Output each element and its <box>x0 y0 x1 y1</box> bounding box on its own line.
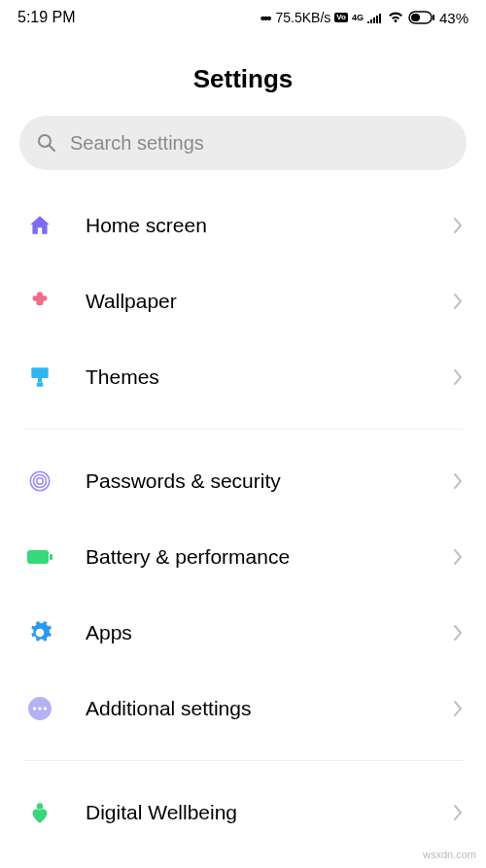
chevron-right-icon <box>453 293 463 310</box>
chevron-right-icon <box>453 548 463 566</box>
item-label: Digital Wellbeing <box>86 801 453 824</box>
page-title: Settings <box>0 64 486 94</box>
signal-icon <box>367 12 383 23</box>
settings-list: Home screen Wallpaper Themes Passwords &… <box>0 188 486 851</box>
svg-rect-12 <box>50 554 52 560</box>
battery-percent: 43% <box>439 10 469 26</box>
item-label: Themes <box>86 365 453 389</box>
item-label: Passwords & security <box>86 469 453 493</box>
search-input[interactable]: Search settings <box>19 116 467 170</box>
fingerprint-icon <box>23 465 56 498</box>
item-label: Apps <box>86 621 453 644</box>
dots-icon <box>23 692 56 725</box>
svg-point-3 <box>39 135 51 147</box>
divider <box>23 429 463 430</box>
chevron-right-icon <box>453 217 463 234</box>
status-bar: 5:19 PM ••• 75.5KB/s Vo 4G 43% <box>0 0 486 35</box>
gear-icon <box>23 616 56 649</box>
battery-icon <box>408 11 435 24</box>
status-dots-icon: ••• <box>260 10 270 26</box>
wifi-icon <box>387 11 404 24</box>
svg-point-16 <box>44 707 47 710</box>
heart-person-icon <box>23 796 56 829</box>
svg-rect-11 <box>27 550 49 564</box>
svg-point-10 <box>37 478 44 485</box>
svg-rect-1 <box>411 14 420 21</box>
item-label: Additional settings <box>86 697 453 720</box>
svg-line-4 <box>50 146 54 151</box>
chevron-right-icon <box>453 700 463 717</box>
settings-item-wellbeing[interactable]: Digital Wellbeing <box>0 775 486 851</box>
svg-point-9 <box>34 475 47 488</box>
chevron-right-icon <box>453 472 463 490</box>
battery-icon <box>23 540 56 573</box>
item-label: Battery & performance <box>86 545 453 569</box>
volte-icon: Vo <box>334 13 348 22</box>
flower-icon <box>23 285 56 318</box>
settings-item-home-screen[interactable]: Home screen <box>0 188 486 263</box>
item-label: Home screen <box>86 214 453 237</box>
settings-item-themes[interactable]: Themes <box>0 339 486 415</box>
chevron-right-icon <box>453 368 463 386</box>
settings-item-battery[interactable]: Battery & performance <box>0 519 486 595</box>
search-placeholder: Search settings <box>70 132 204 155</box>
network-type-icon: 4G <box>352 13 364 22</box>
svg-rect-6 <box>38 378 42 382</box>
network-speed: 75.5KB/s <box>275 10 330 25</box>
svg-point-17 <box>37 803 44 810</box>
search-icon <box>37 133 56 153</box>
status-time: 5:19 PM <box>17 9 76 26</box>
settings-item-apps[interactable]: Apps <box>0 595 486 671</box>
settings-item-additional[interactable]: Additional settings <box>0 671 486 746</box>
item-label: Wallpaper <box>86 290 453 313</box>
svg-point-14 <box>33 707 36 710</box>
svg-rect-7 <box>37 382 44 386</box>
settings-item-passwords-security[interactable]: Passwords & security <box>0 443 486 519</box>
divider <box>23 760 463 761</box>
settings-item-wallpaper[interactable]: Wallpaper <box>0 263 486 339</box>
chevron-right-icon <box>453 804 463 821</box>
svg-rect-2 <box>433 15 434 20</box>
chevron-right-icon <box>453 624 463 642</box>
status-right: ••• 75.5KB/s Vo 4G 43% <box>260 10 469 26</box>
svg-point-15 <box>38 707 41 710</box>
home-icon <box>23 209 56 242</box>
watermark: wsxdn.com <box>423 849 476 860</box>
brush-icon <box>23 361 56 394</box>
svg-rect-5 <box>31 367 48 378</box>
